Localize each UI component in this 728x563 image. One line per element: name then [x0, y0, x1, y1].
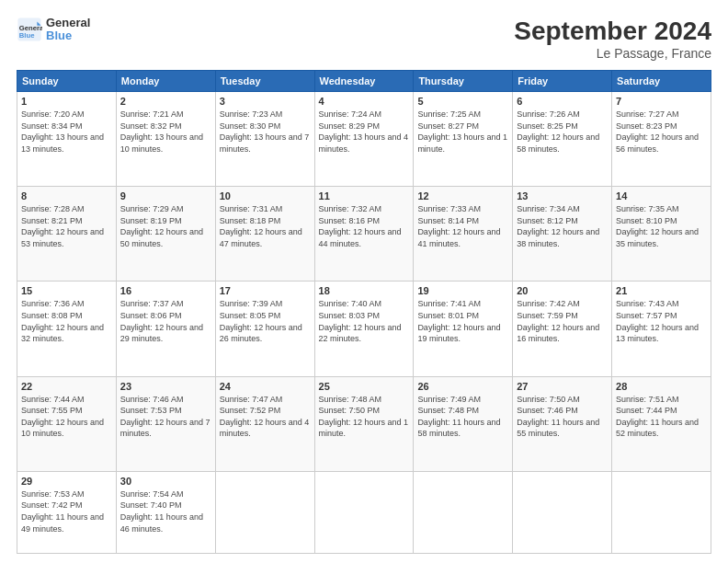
day-cell: 4 Sunrise: 7:24 AMSunset: 8:29 PMDayligh… — [314, 92, 414, 187]
empty-cell — [314, 471, 414, 553]
day-info: Sunrise: 7:35 AMSunset: 8:10 PMDaylight:… — [616, 203, 707, 249]
day-number: 10 — [220, 190, 311, 201]
header: General Blue General Blue September 2024… — [17, 17, 711, 61]
day-cell: 8 Sunrise: 7:28 AMSunset: 8:21 PMDayligh… — [17, 187, 117, 282]
day-cell: 18 Sunrise: 7:40 AMSunset: 8:03 PMDaylig… — [314, 282, 414, 376]
day-info: Sunrise: 7:34 AMSunset: 8:12 PMDaylight:… — [517, 203, 608, 249]
day-info: Sunrise: 7:37 AMSunset: 8:06 PMDaylight:… — [120, 298, 211, 344]
day-cell: 6 Sunrise: 7:26 AMSunset: 8:25 PMDayligh… — [513, 92, 612, 187]
logo-icon: General Blue — [17, 17, 42, 42]
day-number: 19 — [417, 285, 508, 296]
day-number: 24 — [220, 381, 311, 392]
day-info: Sunrise: 7:48 AMSunset: 7:50 PMDaylight:… — [319, 394, 410, 440]
page-subtitle: Le Passage, France — [514, 46, 711, 61]
day-info: Sunrise: 7:32 AMSunset: 8:16 PMDaylight:… — [319, 203, 410, 249]
day-number: 17 — [220, 285, 311, 296]
day-info: Sunrise: 7:46 AMSunset: 7:53 PMDaylight:… — [120, 394, 211, 440]
col-monday: Monday — [116, 71, 215, 92]
day-number: 27 — [517, 381, 608, 392]
col-saturday: Saturday — [612, 71, 711, 92]
calendar-header-row: Sunday Monday Tuesday Wednesday Thursday… — [17, 71, 711, 92]
day-cell: 1 Sunrise: 7:20 AMSunset: 8:34 PMDayligh… — [17, 92, 117, 187]
day-cell: 17 Sunrise: 7:39 AMSunset: 8:05 PMDaylig… — [215, 282, 314, 376]
day-cell: 19 Sunrise: 7:41 AMSunset: 8:01 PMDaylig… — [414, 282, 513, 376]
day-info: Sunrise: 7:54 AMSunset: 7:40 PMDaylight:… — [120, 488, 211, 534]
col-tuesday: Tuesday — [215, 71, 314, 92]
day-cell: 23 Sunrise: 7:46 AMSunset: 7:53 PMDaylig… — [116, 376, 215, 471]
day-info: Sunrise: 7:51 AMSunset: 7:44 PMDaylight:… — [616, 394, 707, 440]
day-info: Sunrise: 7:26 AMSunset: 8:25 PMDaylight:… — [517, 109, 608, 155]
svg-text:Blue: Blue — [19, 31, 35, 40]
title-block: September 2024 Le Passage, France — [514, 17, 711, 61]
day-cell: 5 Sunrise: 7:25 AMSunset: 8:27 PMDayligh… — [414, 92, 513, 187]
empty-cell — [215, 471, 314, 553]
col-wednesday: Wednesday — [314, 71, 414, 92]
day-info: Sunrise: 7:24 AMSunset: 8:29 PMDaylight:… — [319, 109, 410, 155]
day-cell: 7 Sunrise: 7:27 AMSunset: 8:23 PMDayligh… — [612, 92, 711, 187]
day-cell: 2 Sunrise: 7:21 AMSunset: 8:32 PMDayligh… — [116, 92, 215, 187]
day-info: Sunrise: 7:44 AMSunset: 7:55 PMDaylight:… — [21, 394, 112, 440]
day-number: 11 — [319, 190, 410, 201]
day-number: 16 — [120, 285, 211, 296]
empty-cell — [513, 471, 612, 553]
day-info: Sunrise: 7:53 AMSunset: 7:42 PMDaylight:… — [21, 488, 112, 534]
logo-line2: Blue — [46, 29, 90, 42]
day-cell: 30 Sunrise: 7:54 AMSunset: 7:40 PMDaylig… — [116, 471, 215, 553]
day-number: 13 — [517, 190, 608, 201]
col-thursday: Thursday — [414, 71, 513, 92]
table-row: 15 Sunrise: 7:36 AMSunset: 8:08 PMDaylig… — [17, 282, 711, 376]
table-row: 8 Sunrise: 7:28 AMSunset: 8:21 PMDayligh… — [17, 187, 711, 282]
day-cell: 28 Sunrise: 7:51 AMSunset: 7:44 PMDaylig… — [612, 376, 711, 471]
table-row: 29 Sunrise: 7:53 AMSunset: 7:42 PMDaylig… — [17, 471, 711, 553]
day-info: Sunrise: 7:28 AMSunset: 8:21 PMDaylight:… — [21, 203, 112, 249]
day-number: 26 — [417, 381, 508, 392]
day-cell: 20 Sunrise: 7:42 AMSunset: 7:59 PMDaylig… — [513, 282, 612, 376]
day-cell: 21 Sunrise: 7:43 AMSunset: 7:57 PMDaylig… — [612, 282, 711, 376]
logo-line1: General — [46, 17, 90, 29]
day-info: Sunrise: 7:49 AMSunset: 7:48 PMDaylight:… — [417, 394, 508, 440]
day-cell: 16 Sunrise: 7:37 AMSunset: 8:06 PMDaylig… — [116, 282, 215, 376]
day-number: 18 — [319, 285, 410, 296]
empty-cell — [414, 471, 513, 553]
calendar-table: Sunday Monday Tuesday Wednesday Thursday… — [17, 70, 711, 554]
page: General Blue General Blue September 2024… — [0, 0, 728, 563]
day-info: Sunrise: 7:50 AMSunset: 7:46 PMDaylight:… — [517, 394, 608, 440]
day-cell: 10 Sunrise: 7:31 AMSunset: 8:18 PMDaylig… — [215, 187, 314, 282]
day-number: 14 — [616, 190, 707, 201]
day-number: 7 — [616, 96, 707, 107]
day-number: 4 — [319, 96, 410, 107]
day-number: 29 — [21, 476, 112, 487]
day-number: 28 — [616, 381, 707, 392]
day-info: Sunrise: 7:43 AMSunset: 7:57 PMDaylight:… — [616, 298, 707, 344]
day-number: 20 — [517, 285, 608, 296]
day-number: 22 — [21, 381, 112, 392]
table-row: 22 Sunrise: 7:44 AMSunset: 7:55 PMDaylig… — [17, 376, 711, 471]
day-info: Sunrise: 7:42 AMSunset: 7:59 PMDaylight:… — [517, 298, 608, 344]
day-cell: 27 Sunrise: 7:50 AMSunset: 7:46 PMDaylig… — [513, 376, 612, 471]
day-cell: 24 Sunrise: 7:47 AMSunset: 7:52 PMDaylig… — [215, 376, 314, 471]
logo-text: General Blue — [46, 17, 90, 43]
day-number: 5 — [417, 96, 508, 107]
day-info: Sunrise: 7:27 AMSunset: 8:23 PMDaylight:… — [616, 109, 707, 155]
day-info: Sunrise: 7:33 AMSunset: 8:14 PMDaylight:… — [417, 203, 508, 249]
day-info: Sunrise: 7:20 AMSunset: 8:34 PMDaylight:… — [21, 109, 112, 155]
day-cell: 15 Sunrise: 7:36 AMSunset: 8:08 PMDaylig… — [17, 282, 117, 376]
day-info: Sunrise: 7:21 AMSunset: 8:32 PMDaylight:… — [120, 109, 211, 155]
day-cell: 26 Sunrise: 7:49 AMSunset: 7:48 PMDaylig… — [414, 376, 513, 471]
day-cell: 3 Sunrise: 7:23 AMSunset: 8:30 PMDayligh… — [215, 92, 314, 187]
col-sunday: Sunday — [17, 71, 117, 92]
day-info: Sunrise: 7:36 AMSunset: 8:08 PMDaylight:… — [21, 298, 112, 344]
day-number: 3 — [220, 96, 311, 107]
day-info: Sunrise: 7:39 AMSunset: 8:05 PMDaylight:… — [220, 298, 311, 344]
day-cell: 25 Sunrise: 7:48 AMSunset: 7:50 PMDaylig… — [314, 376, 414, 471]
day-info: Sunrise: 7:41 AMSunset: 8:01 PMDaylight:… — [417, 298, 508, 344]
empty-cell — [612, 471, 711, 553]
day-info: Sunrise: 7:47 AMSunset: 7:52 PMDaylight:… — [220, 394, 311, 440]
day-number: 12 — [417, 190, 508, 201]
day-number: 1 — [21, 96, 112, 107]
table-row: 1 Sunrise: 7:20 AMSunset: 8:34 PMDayligh… — [17, 92, 711, 187]
day-info: Sunrise: 7:31 AMSunset: 8:18 PMDaylight:… — [220, 203, 311, 249]
day-number: 15 — [21, 285, 112, 296]
day-info: Sunrise: 7:29 AMSunset: 8:19 PMDaylight:… — [120, 203, 211, 249]
day-number: 23 — [120, 381, 211, 392]
